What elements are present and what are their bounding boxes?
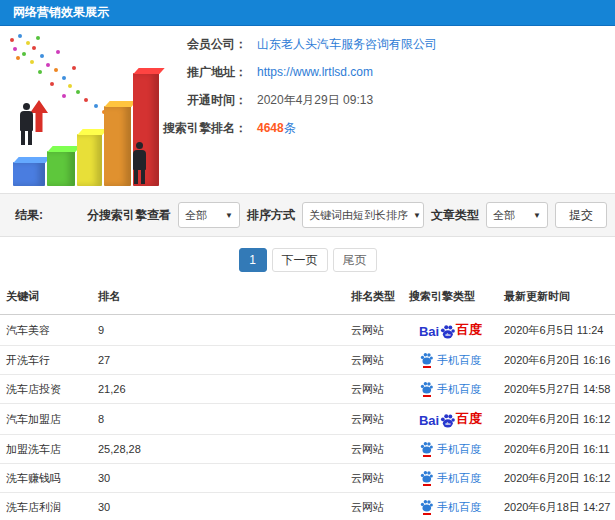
results-table: 关键词 排名 排名类型 搜索引擎类型 最新更新时间 汽车美容 9 云网站 Bai…: [0, 280, 615, 520]
baidu-paw-icon: [420, 499, 433, 515]
rank-cell[interactable]: 30: [92, 493, 345, 520]
updated-cell: 2020年6月20日 16:12: [498, 404, 615, 435]
red-underline-decoration: [423, 366, 431, 368]
baidu-paw-icon: [420, 352, 433, 368]
svg-text:du: du: [445, 332, 451, 337]
updated-cell: 2020年5月27日 14:58: [498, 375, 615, 404]
engine-cell: Baidu百度 手机百度: [403, 435, 498, 464]
sort-select[interactable]: 关键词由短到长排序 ▼: [302, 202, 424, 228]
article-type-select[interactable]: 全部 ▼: [486, 202, 548, 228]
rank-cell[interactable]: 30: [92, 464, 345, 493]
mobile-baidu-label: 手机百度: [437, 442, 481, 457]
rank-cell[interactable]: 27: [92, 346, 345, 375]
table-row: 洗车店投资 21,26 云网站 Baidu百度 手机百度 2020年5月27日 …: [0, 375, 615, 404]
baidu-pc-logo: Baidu百度: [419, 410, 482, 428]
header-engine-type: 搜索引擎类型: [403, 280, 498, 315]
result-section-label: 结果:: [15, 207, 43, 224]
table-row: 加盟洗车店 25,28,28 云网站 Baidu百度 手机百度 2020年6月2…: [0, 435, 615, 464]
sort-value: 关键词由短到长排序: [309, 208, 408, 223]
chevron-down-icon: ▼: [533, 211, 541, 220]
updated-cell: 2020年6月5日 11:24: [498, 315, 615, 346]
engine-cell: Baidu百度 手机百度: [403, 375, 498, 404]
engine-filter-select[interactable]: 全部 ▼: [178, 202, 240, 228]
rank-type-cell: 云网站: [345, 346, 403, 375]
engine-filter-value: 全部: [185, 208, 207, 223]
red-underline-decoration: [423, 395, 431, 397]
rank-count-unit: 条: [284, 121, 296, 135]
engine-cell: Baidu百度 手机百度: [403, 404, 498, 435]
table-header-row: 关键词 排名 排名类型 搜索引擎类型 最新更新时间: [0, 280, 615, 315]
chevron-down-icon: ▼: [225, 211, 233, 220]
chart-bar-blue: [13, 162, 45, 186]
keyword-cell: 洗车店投资: [0, 375, 92, 404]
rank-type-cell: 云网站: [345, 435, 403, 464]
promo-url-label: 推广地址：: [140, 64, 247, 81]
svg-text:du: du: [445, 421, 451, 426]
table-row: 汽车加盟店 8 云网站 Baidu百度 手机百度 2020年6月20日 16:1…: [0, 404, 615, 435]
title-bar: 网络营销效果展示: [0, 0, 615, 26]
mobile-baidu-label: 手机百度: [437, 353, 481, 368]
rank-type-cell: 云网站: [345, 464, 403, 493]
updated-cell: 2020年6月20日 16:16: [498, 346, 615, 375]
keyword-cell: 洗车店利润: [0, 493, 92, 520]
updated-cell: 2020年6月20日 16:12: [498, 464, 615, 493]
rank-type-cell: 云网站: [345, 493, 403, 520]
engine-cell: Baidu百度 手机百度: [403, 493, 498, 520]
filter-controls: 分搜索引擎查看 全部 ▼ 排序方式 关键词由短到长排序 ▼ 文章类型 全部 ▼ …: [87, 202, 607, 228]
rank-cell[interactable]: 25,28,28: [92, 435, 345, 464]
page-title: 网络营销效果展示: [0, 0, 615, 25]
keyword-cell: 加盟洗车店: [0, 435, 92, 464]
header-keyword: 关键词: [0, 280, 92, 315]
mobile-baidu-label: 手机百度: [437, 500, 481, 515]
baidu-paw-icon: [420, 441, 433, 457]
promo-url-link[interactable]: https://www.lrtlsd.com: [257, 65, 373, 79]
article-type-value: 全部: [493, 208, 515, 223]
baidu-mobile-logo: 手机百度: [420, 381, 481, 397]
chart-bar-orange: [104, 106, 131, 186]
table-row: 汽车美容 9 云网站 Baidu百度 手机百度 2020年6月5日 11:24: [0, 315, 615, 346]
confetti-dots-decoration: [10, 38, 14, 42]
rank-cell[interactable]: 9: [92, 315, 345, 346]
table-row: 开洗车行 27 云网站 Baidu百度 手机百度 2020年6月20日 16:1…: [0, 346, 615, 375]
article-type-label: 文章类型: [431, 207, 479, 224]
engine-cell: Baidu百度 手机百度: [403, 315, 498, 346]
baidu-pc-logo: Baidu百度: [419, 321, 482, 339]
baidu-mobile-logo: 手机百度: [420, 441, 481, 457]
submit-button[interactable]: 提交: [555, 202, 607, 228]
keyword-cell: 汽车加盟店: [0, 404, 92, 435]
engine-filter-label: 分搜索引擎查看: [87, 207, 171, 224]
red-underline-decoration: [423, 513, 431, 515]
marketing-report-page: 网络营销效果展示 会员公司： 山东老人头汽车服务咨询有限公司 推广地址： htt…: [0, 0, 615, 520]
info-row-rank-count: 搜索引擎排名： 4648条: [140, 118, 600, 138]
baidu-paw-icon: du: [440, 413, 455, 428]
header-rank: 排名: [92, 280, 345, 315]
chevron-down-icon: ▼: [413, 211, 421, 220]
rank-type-cell: 云网站: [345, 375, 403, 404]
company-link[interactable]: 山东老人头汽车服务咨询有限公司: [257, 36, 437, 53]
baidu-mobile-logo: 手机百度: [420, 352, 481, 368]
engine-cell: Baidu百度 手机百度: [403, 346, 498, 375]
baidu-mobile-logo: 手机百度: [420, 499, 481, 515]
page-1-button[interactable]: 1: [239, 248, 267, 272]
mobile-baidu-label: 手机百度: [437, 382, 481, 397]
company-label: 会员公司：: [140, 36, 247, 53]
engine-cell: Baidu百度 手机百度: [403, 464, 498, 493]
header-updated: 最新更新时间: [498, 280, 615, 315]
last-page-button[interactable]: 尾页: [333, 248, 377, 272]
baidu-paw-icon: [420, 381, 433, 397]
rank-count-value: 4648条: [257, 120, 296, 137]
open-time-value: 2020年4月29日 09:13: [257, 92, 373, 109]
businessman-figure-right: [133, 142, 146, 184]
rank-count-number: 4648: [257, 121, 284, 135]
updated-cell: 2020年6月18日 14:27: [498, 493, 615, 520]
rank-type-cell: 云网站: [345, 315, 403, 346]
baidu-paw-icon: du: [440, 324, 455, 339]
rank-cell[interactable]: 8: [92, 404, 345, 435]
filter-bar: 结果: 分搜索引擎查看 全部 ▼ 排序方式 关键词由短到长排序 ▼ 文章类型 全…: [0, 193, 615, 237]
next-page-button[interactable]: 下一页: [272, 248, 328, 272]
rank-cell[interactable]: 21,26: [92, 375, 345, 404]
businessman-figure-left: [20, 103, 33, 145]
table-row: 洗车赚钱吗 30 云网站 Baidu百度 手机百度 2020年6月20日 16:…: [0, 464, 615, 493]
keyword-cell: 汽车美容: [0, 315, 92, 346]
rank-type-cell: 云网站: [345, 404, 403, 435]
